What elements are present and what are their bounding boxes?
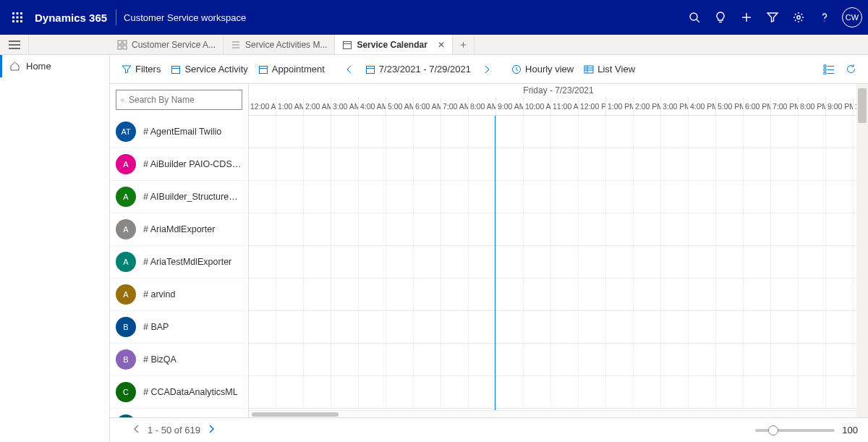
svg-rect-1: [17, 12, 19, 14]
hour-label: 9:00 AM: [496, 97, 524, 115]
resource-row[interactable]: B# BAP: [110, 311, 248, 344]
calendar-row[interactable]: [249, 344, 868, 376]
svg-rect-26: [344, 41, 352, 48]
date-range-picker[interactable]: 7/23/2021 - 7/29/2021: [361, 61, 475, 77]
calendar-row[interactable]: [249, 311, 868, 344]
resource-row[interactable]: A# AriaMdlExporter: [110, 213, 248, 246]
list-view-button[interactable]: List View: [579, 61, 639, 77]
resource-name: # AiBuilder PAIO-CDS Tip NonProd: [143, 159, 242, 169]
list-icon: [231, 40, 241, 50]
pager-next-icon[interactable]: [208, 425, 215, 435]
tab-label: Service Calendar: [357, 40, 427, 50]
svg-line-48: [123, 101, 124, 101]
svg-rect-21: [118, 46, 122, 49]
resource-row[interactable]: A# AIBuilder_StructuredML_PreProd: [110, 181, 248, 213]
calendar-row[interactable]: [249, 376, 868, 409]
app-launcher-icon[interactable]: [0, 0, 35, 35]
hour-label: 3:00 AM: [331, 97, 359, 115]
lightbulb-icon[interactable]: [707, 0, 733, 35]
svg-rect-41: [824, 65, 826, 67]
resource-row[interactable]: B# BizQA: [110, 344, 248, 376]
appointment-button[interactable]: Appointment: [254, 61, 329, 77]
hour-label: 5:00 PM: [716, 97, 744, 115]
nav-home-label: Home: [26, 61, 51, 72]
tab-customer-service[interactable]: Customer Service A...: [110, 35, 224, 54]
calendar-icon: [258, 64, 268, 75]
calendar-row[interactable]: [249, 148, 868, 181]
hourly-view-button[interactable]: Hourly view: [507, 61, 578, 77]
calendar-row[interactable]: [249, 181, 868, 213]
resource-row[interactable]: A# AriaTestMdlExporter: [110, 246, 248, 279]
svg-rect-22: [123, 46, 127, 49]
tab-service-calendar[interactable]: Service Calendar ✕: [335, 35, 452, 54]
resource-search-input[interactable]: [129, 95, 237, 105]
legend-icon[interactable]: [819, 59, 839, 80]
brand-name: Dynamics 365: [35, 12, 116, 24]
site-map-toggle-icon[interactable]: [0, 35, 29, 54]
resource-avatar: C: [116, 382, 136, 402]
svg-rect-43: [824, 69, 826, 71]
user-avatar[interactable]: CW: [842, 7, 862, 27]
zoom-slider[interactable]: [755, 429, 835, 432]
filters-label: Filters: [135, 64, 161, 75]
settings-gear-icon[interactable]: [786, 0, 812, 35]
calendar-row[interactable]: [249, 116, 868, 148]
resource-avatar: A: [116, 154, 136, 174]
new-tab-button[interactable]: [453, 35, 475, 54]
search-icon[interactable]: [681, 0, 707, 35]
search-icon: [121, 95, 124, 105]
resource-row[interactable]: AT# AgentEmail Twilio: [110, 116, 248, 148]
svg-rect-20: [123, 41, 127, 44]
zoom-value: 100: [842, 425, 858, 435]
hours-header: 12:00 AM1:00 AM2:00 AM3:00 AM4:00 AM5:00…: [249, 97, 868, 116]
resource-name: # AIBuilder_StructuredML_PreProd: [143, 192, 242, 202]
hour-label: 11:00 AM: [551, 97, 579, 115]
service-activity-button[interactable]: Service Activity: [166, 61, 252, 77]
resource-name: # AriaTestMdlExporter: [143, 257, 231, 267]
calendar-icon: [342, 40, 352, 50]
tab-label: Customer Service A...: [132, 40, 216, 50]
slider-knob[interactable]: [768, 425, 778, 435]
help-icon[interactable]: [812, 0, 838, 35]
svg-point-15: [824, 20, 825, 21]
svg-rect-8: [20, 20, 22, 22]
refresh-icon[interactable]: [841, 59, 861, 80]
scrollbar-thumb[interactable]: [858, 88, 867, 123]
resource-name: # CCADataAnalyticsML: [143, 387, 238, 397]
hour-label: 7:00 PM: [771, 97, 799, 115]
resource-name: # BAP: [143, 322, 169, 332]
filter-icon[interactable]: [760, 0, 786, 35]
horizontal-scrollbar[interactable]: [249, 410, 868, 417]
filters-button[interactable]: Filters: [117, 61, 165, 77]
date-prev-button[interactable]: [339, 59, 359, 80]
resource-row[interactable]: C# CCADataAnalyticsML: [110, 376, 248, 409]
pager-prev-icon[interactable]: [133, 425, 140, 435]
tab-service-activities[interactable]: Service Activities M...: [224, 35, 335, 54]
add-icon[interactable]: [733, 0, 760, 35]
service-activity-label: Service Activity: [184, 64, 247, 75]
svg-line-10: [697, 20, 699, 22]
hour-label: 6:00 AM: [414, 97, 441, 115]
resource-row[interactable]: A# arvind: [110, 279, 248, 311]
calendar-row[interactable]: [249, 279, 868, 311]
calendar-row[interactable]: [249, 213, 868, 246]
calendar-row[interactable]: [249, 246, 868, 279]
nav-home[interactable]: Home: [0, 55, 109, 77]
scrollbar-thumb[interactable]: [252, 412, 339, 417]
vertical-scrollbar[interactable]: [856, 84, 868, 417]
appointment-label: Appointment: [272, 64, 325, 75]
close-icon[interactable]: ✕: [438, 40, 445, 50]
resource-name: # arvind: [143, 289, 175, 299]
svg-rect-6: [12, 20, 14, 22]
resource-row[interactable]: CB# CCI Bots: [110, 409, 248, 417]
resource-avatar: A: [116, 219, 136, 239]
workspace-name: Customer Service workspace: [124, 12, 246, 23]
resource-row[interactable]: A# AiBuilder PAIO-CDS Tip NonProd: [110, 148, 248, 181]
resource-name: # AriaMdlExporter: [143, 224, 215, 234]
resource-search[interactable]: [116, 90, 242, 110]
list-view-label: List View: [597, 64, 635, 75]
date-next-button[interactable]: [477, 59, 497, 80]
hour-label: 1:00 AM: [276, 97, 304, 115]
svg-point-9: [690, 13, 697, 20]
svg-rect-19: [118, 41, 122, 44]
